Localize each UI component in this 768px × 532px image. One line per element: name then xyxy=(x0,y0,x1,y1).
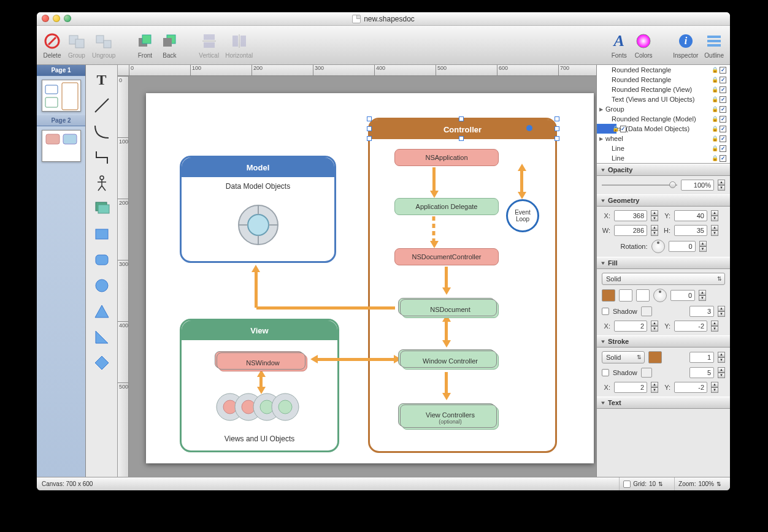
svg-line-33 xyxy=(102,186,106,191)
outline-row[interactable]: Rounded Rectangle (Cont...🔒✓ xyxy=(597,124,616,134)
outline-list[interactable]: Rounded Rectangle🔒✓Rounded Rectangle🔒✓Ro… xyxy=(597,65,730,164)
vertical-ruler[interactable]: 0 100 200 300 400 500 xyxy=(118,76,129,477)
svg-rect-7 xyxy=(142,35,151,44)
group-button[interactable]: Group xyxy=(67,32,86,59)
close-button[interactable] xyxy=(42,15,49,22)
fill-color-3[interactable] xyxy=(636,289,650,302)
fill-shadow-color[interactable] xyxy=(641,306,652,316)
stroke-mode-select[interactable]: Solid xyxy=(602,351,645,363)
svg-rect-3 xyxy=(75,39,84,48)
canvas-area: 0 100 200 300 400 500 600 700 0 100 200 … xyxy=(118,65,596,477)
controller-box[interactable]: Controller NSApplication Application Del… xyxy=(368,118,557,453)
line-tool[interactable] xyxy=(88,93,115,118)
svg-line-32 xyxy=(98,186,102,191)
outline-row[interactable]: Rounded Rectangle🔒✓ xyxy=(597,75,730,85)
flip-horizontal-button[interactable]: Horizontal xyxy=(225,32,253,59)
svg-point-43 xyxy=(248,215,269,235)
opacity-slider[interactable] xyxy=(602,181,677,189)
right-triangle-tool[interactable] xyxy=(88,325,115,349)
page-1-header[interactable]: Page 1 xyxy=(37,65,85,76)
outline-button[interactable]: Outline xyxy=(704,32,724,59)
inspector-button[interactable]: i Inspector xyxy=(673,32,698,59)
rectangle-tool[interactable] xyxy=(88,222,115,246)
circle-tool[interactable] xyxy=(88,273,115,298)
curve-tool[interactable] xyxy=(88,119,115,143)
opacity-value[interactable]: 100% xyxy=(681,180,714,191)
rounded-rect-tool[interactable] xyxy=(88,248,115,272)
page-2-header[interactable]: Page 2 xyxy=(37,115,85,126)
view-wheels-icon xyxy=(213,391,305,423)
diamond-tool[interactable] xyxy=(88,351,115,375)
outline-row[interactable]: Rounded Rectangle (View)🔒✓ xyxy=(597,85,730,94)
opacity-stepper[interactable]: ▲▼ xyxy=(718,180,725,191)
fill-shadow-checkbox[interactable] xyxy=(602,308,609,315)
outline-row[interactable]: Line🔒✓ xyxy=(597,143,730,153)
triangle-tool[interactable] xyxy=(88,299,115,324)
ungroup-button[interactable]: Ungroup xyxy=(92,32,115,59)
window-title: new.shapesdoc xyxy=(364,15,415,23)
fonts-button[interactable]: A Fonts xyxy=(610,32,628,59)
page-1-thumb[interactable] xyxy=(42,80,81,112)
image-tool[interactable] xyxy=(88,196,115,221)
grid-checkbox[interactable] xyxy=(623,481,631,488)
horizontal-ruler[interactable]: 0 100 200 300 400 500 600 700 xyxy=(118,65,596,76)
svg-rect-20 xyxy=(707,36,721,38)
send-back-button[interactable]: Back xyxy=(160,32,179,59)
stroke-shadow-checkbox[interactable] xyxy=(602,369,609,376)
view-box[interactable]: View NSWindow Views and UI Objects xyxy=(180,319,339,452)
nsapplication-pill[interactable]: NSApplication xyxy=(394,149,499,166)
geom-w[interactable]: 286 xyxy=(614,225,647,236)
document-icon xyxy=(352,15,361,23)
outline-row[interactable]: ▶Group🔒✓ xyxy=(597,104,730,114)
page-2-thumb[interactable] xyxy=(42,130,81,162)
geom-x[interactable]: 368 xyxy=(614,210,647,221)
window-controller-pill[interactable]: Window Controller xyxy=(402,352,499,370)
geom-h[interactable]: 35 xyxy=(674,225,707,236)
flip-vertical-button[interactable]: Vertical xyxy=(199,32,219,59)
opacity-header[interactable]: Opacity xyxy=(597,164,730,176)
geometry-header[interactable]: Geometry xyxy=(597,194,730,207)
bring-front-button[interactable]: Front xyxy=(136,32,154,59)
app-delegate-pill[interactable]: Application Delegate xyxy=(394,198,499,215)
geom-rotation[interactable]: 0 xyxy=(669,241,696,252)
nsdocument-pill[interactable]: NSDocument xyxy=(402,301,499,318)
inspector-panel: Rounded Rectangle🔒✓Rounded Rectangle🔒✓Ro… xyxy=(596,65,730,477)
step-tool[interactable] xyxy=(88,145,115,169)
outline-row[interactable]: Rounded Rectangle (Model)🔒✓ xyxy=(597,114,730,124)
outline-row[interactable]: ▶wheel🔒✓ xyxy=(597,134,730,143)
event-loop[interactable]: Event Loop xyxy=(506,199,539,232)
outline-row[interactable]: Line🔒✓ xyxy=(597,153,730,163)
svg-point-38 xyxy=(96,279,108,292)
stroke-shadow-color[interactable] xyxy=(641,368,652,378)
svg-rect-4 xyxy=(96,36,104,43)
stroke-header[interactable]: Stroke xyxy=(597,335,730,348)
fill-color-1[interactable] xyxy=(602,289,615,302)
tool-palette: T xyxy=(86,65,118,477)
svg-rect-14 xyxy=(240,36,246,47)
text-header[interactable]: Text xyxy=(597,397,730,409)
fill-color-2[interactable] xyxy=(619,289,632,302)
view-subtitle: Views and UI Objects xyxy=(182,435,337,443)
geom-y[interactable]: 40 xyxy=(674,210,707,221)
app-window: new.shapesdoc Delete Group Ungroup Front xyxy=(37,12,730,490)
stroke-color[interactable] xyxy=(648,351,662,363)
view-controllers-pill[interactable]: View Controllers (optional) xyxy=(402,406,499,430)
colors-button[interactable]: Colors xyxy=(634,32,653,59)
canvas-page[interactable]: Model Data Model Objects xyxy=(146,93,594,463)
fill-header[interactable]: Fill xyxy=(597,257,730,269)
zoom-button[interactable] xyxy=(64,15,71,22)
fill-mode-select[interactable]: Solid xyxy=(602,273,725,285)
outline-row[interactable]: Rounded Rectangle🔒✓ xyxy=(597,65,730,75)
text-tool[interactable]: T xyxy=(88,67,115,92)
rotation-dial[interactable] xyxy=(651,240,665,253)
outline-row[interactable]: Text (Views and UI Objects)🔒✓ xyxy=(597,94,730,104)
svg-point-55 xyxy=(278,400,292,414)
canvas-viewport[interactable]: 0 100 200 300 400 500 Model Data Model O… xyxy=(118,76,596,477)
model-box[interactable]: Model Data Model Objects xyxy=(180,156,336,263)
nsdocumentcontroller-pill[interactable]: NSDocumentController xyxy=(394,248,499,265)
minimize-button[interactable] xyxy=(53,15,60,22)
nswindow-pill[interactable]: NSWindow xyxy=(218,354,307,371)
fill-angle-dial[interactable] xyxy=(653,289,667,302)
delete-button[interactable]: Delete xyxy=(43,32,61,59)
person-tool[interactable] xyxy=(88,170,115,195)
